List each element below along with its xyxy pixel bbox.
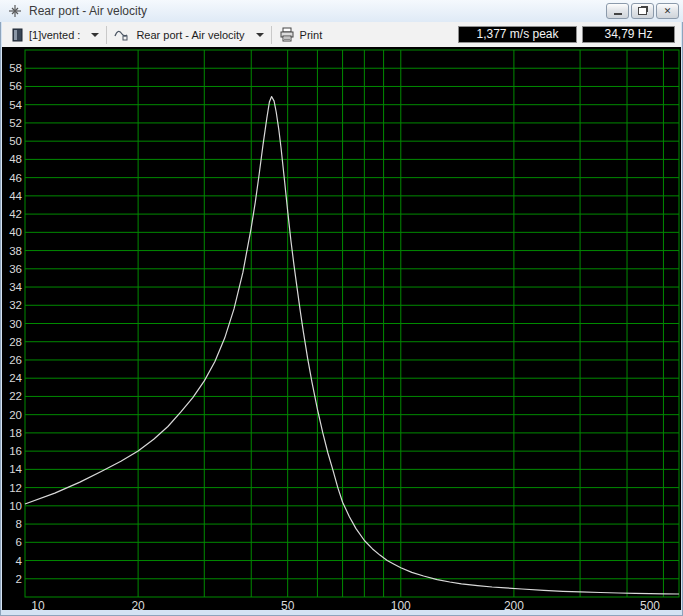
y-tick-label: 12 [9,482,22,494]
y-tick-label: 26 [9,354,22,366]
title-bar: Rear port - Air velocity ✕ [0,0,683,22]
preset-dropdown[interactable]: [1]vented : [6,22,105,47]
y-tick-label: 4 [16,555,23,567]
y-tick-label: 44 [9,190,22,202]
minimize-icon [614,13,622,15]
y-tick-label: 50 [9,135,22,147]
y-tick-label: 8 [16,518,22,530]
x-tick-label: 20 [131,599,145,610]
y-tick-label: 48 [9,153,22,165]
curve-icon [114,28,131,42]
x-tick-label: 200 [504,599,524,610]
toolbar-separator [271,26,272,44]
preset-dropdown-label: [1]vented : [29,29,80,41]
y-tick-label: 18 [9,427,22,439]
y-tick-label: 46 [9,172,22,184]
close-button[interactable]: ✕ [656,3,679,19]
x-tick-label: 100 [391,599,411,610]
minimize-button[interactable] [606,3,629,19]
y-tick-label: 22 [9,390,22,402]
enclosure-icon [12,28,24,42]
x-tick-label: 50 [281,599,295,610]
y-tick-label: 16 [9,445,22,457]
y-tick-label: 52 [9,117,22,129]
print-button[interactable]: Print [273,22,329,47]
toolbar: [1]vented : Rear port - Air velocity Pri… [2,22,681,47]
readout-group: 1,377 m/s peak 34,79 Hz [458,26,675,43]
y-tick-label: 40 [9,226,22,238]
graph-axes-icon [8,4,22,18]
chart-background [2,47,681,610]
close-icon: ✕ [664,7,672,16]
window-title: Rear port - Air velocity [29,4,604,18]
y-tick-label: 36 [9,263,22,275]
y-tick-label: 54 [9,99,22,111]
y-tick-label: 6 [16,536,22,548]
y-tick-label: 20 [9,409,22,421]
app-window: Rear port - Air velocity ✕ [1]vented : R… [0,0,683,616]
y-tick-label: 32 [9,299,22,311]
y-tick-label: 56 [9,80,22,92]
y-tick-label: 14 [9,463,22,475]
y-tick-label: 34 [9,281,22,293]
y-tick-label: 38 [9,245,22,257]
y-tick-label: 58 [9,62,22,74]
y-tick-label: 2 [16,573,22,585]
y-tick-label: 24 [9,372,22,384]
print-button-label: Print [300,29,323,41]
x-tick-label: 500 [640,599,660,610]
y-tick-label: 42 [9,208,22,220]
y-tick-label: 28 [9,336,22,348]
x-tick-label: 10 [31,599,45,610]
chevron-down-icon [256,33,264,37]
graph-type-dropdown[interactable]: Rear port - Air velocity [108,22,269,47]
chevron-down-icon [91,33,99,37]
printer-icon [279,27,295,42]
peak-velocity-readout: 1,377 m/s peak [458,26,577,43]
chart-svg: 5856545250484644424038363432302826242220… [2,47,681,610]
y-tick-label: 30 [9,318,22,330]
toolbar-separator [106,26,107,44]
peak-frequency-readout: 34,79 Hz [582,26,675,43]
restore-button[interactable] [631,3,654,19]
restore-icon [638,7,647,15]
graph-type-dropdown-label: Rear port - Air velocity [136,29,244,41]
y-tick-label: 10 [9,500,22,512]
chart-area[interactable]: 5856545250484644424038363432302826242220… [2,47,681,610]
